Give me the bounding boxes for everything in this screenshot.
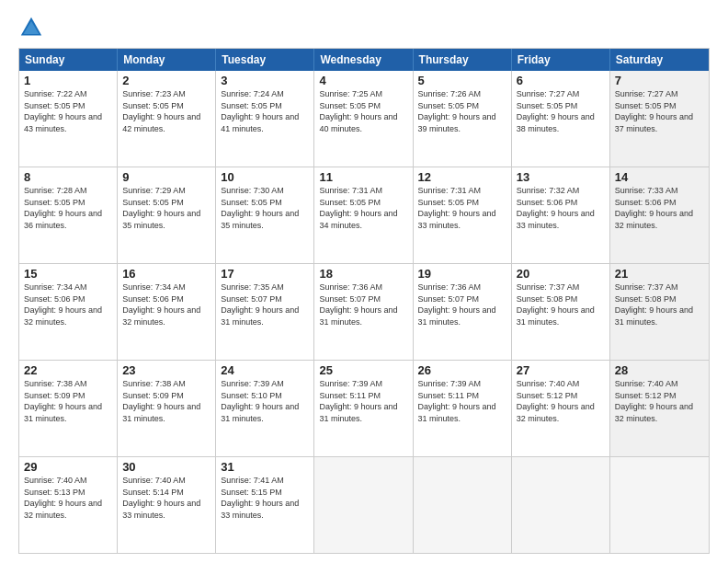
day-number: 14 — [615, 170, 704, 184]
calendar-cell — [314, 457, 413, 553]
day-number: 17 — [221, 267, 309, 281]
day-number: 10 — [221, 170, 309, 184]
day-number: 26 — [418, 363, 506, 377]
day-number: 8 — [24, 170, 112, 184]
day-number: 19 — [418, 267, 506, 281]
day-number: 24 — [221, 363, 309, 377]
day-number: 1 — [24, 74, 112, 87]
cell-info: Sunrise: 7:24 AM Sunset: 5:05 PM Dayligh… — [221, 88, 309, 134]
calendar-cell: 20Sunrise: 7:37 AM Sunset: 5:08 PM Dayli… — [512, 264, 610, 360]
day-number: 5 — [418, 74, 506, 87]
calendar-week-5: 29Sunrise: 7:40 AM Sunset: 5:13 PM Dayli… — [19, 456, 709, 553]
cell-info: Sunrise: 7:40 AM Sunset: 5:13 PM Dayligh… — [24, 475, 112, 521]
day-number: 31 — [221, 460, 309, 474]
calendar-week-1: 1Sunrise: 7:22 AM Sunset: 5:05 PM Daylig… — [19, 71, 709, 167]
cell-info: Sunrise: 7:40 AM Sunset: 5:12 PM Dayligh… — [615, 378, 704, 424]
calendar-cell: 4Sunrise: 7:25 AM Sunset: 5:05 PM Daylig… — [314, 71, 413, 167]
cell-info: Sunrise: 7:27 AM Sunset: 5:05 PM Dayligh… — [517, 88, 605, 134]
day-number: 22 — [24, 363, 112, 377]
calendar-cell: 19Sunrise: 7:36 AM Sunset: 5:07 PM Dayli… — [414, 264, 512, 360]
day-number: 20 — [517, 267, 605, 281]
cell-info: Sunrise: 7:25 AM Sunset: 5:05 PM Dayligh… — [319, 88, 407, 134]
cell-info: Sunrise: 7:39 AM Sunset: 5:11 PM Dayligh… — [319, 378, 407, 424]
day-number: 15 — [24, 267, 112, 281]
day-number: 11 — [319, 170, 407, 184]
day-number: 12 — [418, 170, 506, 184]
cell-info: Sunrise: 7:34 AM Sunset: 5:06 PM Dayligh… — [24, 282, 112, 327]
calendar-cell: 5Sunrise: 7:26 AM Sunset: 5:05 PM Daylig… — [414, 71, 512, 167]
cell-info: Sunrise: 7:28 AM Sunset: 5:05 PM Dayligh… — [24, 185, 112, 231]
calendar-cell: 27Sunrise: 7:40 AM Sunset: 5:12 PM Dayli… — [512, 361, 610, 456]
cell-info: Sunrise: 7:31 AM Sunset: 5:05 PM Dayligh… — [319, 185, 407, 231]
day-number: 25 — [319, 363, 407, 377]
cell-info: Sunrise: 7:38 AM Sunset: 5:09 PM Dayligh… — [122, 378, 210, 424]
day-number: 6 — [517, 74, 605, 87]
header-day-tuesday: Tuesday — [216, 49, 314, 71]
calendar-cell: 28Sunrise: 7:40 AM Sunset: 5:12 PM Dayli… — [610, 361, 709, 456]
cell-info: Sunrise: 7:23 AM Sunset: 5:05 PM Dayligh… — [122, 88, 210, 134]
cell-info: Sunrise: 7:39 AM Sunset: 5:11 PM Dayligh… — [418, 378, 506, 424]
cell-info: Sunrise: 7:35 AM Sunset: 5:07 PM Dayligh… — [221, 282, 309, 327]
day-number: 4 — [319, 74, 407, 87]
calendar-cell: 25Sunrise: 7:39 AM Sunset: 5:11 PM Dayli… — [314, 361, 413, 456]
calendar-cell: 24Sunrise: 7:39 AM Sunset: 5:10 PM Dayli… — [216, 361, 314, 456]
cell-info: Sunrise: 7:34 AM Sunset: 5:06 PM Dayligh… — [122, 282, 210, 327]
calendar-cell: 6Sunrise: 7:27 AM Sunset: 5:05 PM Daylig… — [512, 71, 610, 167]
calendar-cell: 23Sunrise: 7:38 AM Sunset: 5:09 PM Dayli… — [118, 361, 216, 456]
header-day-saturday: Saturday — [610, 49, 709, 71]
cell-info: Sunrise: 7:27 AM Sunset: 5:05 PM Dayligh… — [615, 88, 704, 134]
calendar-cell: 2Sunrise: 7:23 AM Sunset: 5:05 PM Daylig… — [118, 71, 216, 167]
calendar-cell: 11Sunrise: 7:31 AM Sunset: 5:05 PM Dayli… — [314, 167, 413, 263]
header-day-wednesday: Wednesday — [314, 49, 413, 71]
cell-info: Sunrise: 7:39 AM Sunset: 5:10 PM Dayligh… — [221, 378, 309, 424]
calendar-cell: 30Sunrise: 7:40 AM Sunset: 5:14 PM Dayli… — [118, 457, 216, 553]
page: SundayMondayTuesdayWednesdayThursdayFrid… — [0, 0, 728, 563]
day-number: 13 — [517, 170, 605, 184]
day-number: 29 — [24, 460, 112, 474]
calendar-cell: 1Sunrise: 7:22 AM Sunset: 5:05 PM Daylig… — [19, 71, 118, 167]
calendar: SundayMondayTuesdayWednesdayThursdayFrid… — [18, 48, 710, 554]
cell-info: Sunrise: 7:37 AM Sunset: 5:08 PM Dayligh… — [615, 282, 704, 327]
calendar-cell: 17Sunrise: 7:35 AM Sunset: 5:07 PM Dayli… — [216, 264, 314, 360]
header-day-friday: Friday — [512, 49, 610, 71]
calendar-cell: 31Sunrise: 7:41 AM Sunset: 5:15 PM Dayli… — [216, 457, 314, 553]
calendar-cell: 10Sunrise: 7:30 AM Sunset: 5:05 PM Dayli… — [216, 167, 314, 263]
header-day-sunday: Sunday — [19, 49, 118, 71]
header — [18, 15, 710, 40]
day-number: 2 — [122, 74, 210, 87]
day-number: 30 — [122, 460, 210, 474]
cell-info: Sunrise: 7:36 AM Sunset: 5:07 PM Dayligh… — [319, 282, 407, 327]
cell-info: Sunrise: 7:40 AM Sunset: 5:12 PM Dayligh… — [517, 378, 605, 424]
cell-info: Sunrise: 7:37 AM Sunset: 5:08 PM Dayligh… — [517, 282, 605, 327]
cell-info: Sunrise: 7:31 AM Sunset: 5:05 PM Dayligh… — [418, 185, 506, 231]
calendar-cell: 18Sunrise: 7:36 AM Sunset: 5:07 PM Dayli… — [314, 264, 413, 360]
cell-info: Sunrise: 7:29 AM Sunset: 5:05 PM Dayligh… — [122, 185, 210, 231]
calendar-cell — [414, 457, 512, 553]
day-number: 9 — [122, 170, 210, 184]
calendar-cell: 12Sunrise: 7:31 AM Sunset: 5:05 PM Dayli… — [414, 167, 512, 263]
day-number: 28 — [615, 363, 704, 377]
calendar-week-4: 22Sunrise: 7:38 AM Sunset: 5:09 PM Dayli… — [19, 360, 709, 456]
calendar-cell: 16Sunrise: 7:34 AM Sunset: 5:06 PM Dayli… — [118, 264, 216, 360]
cell-info: Sunrise: 7:30 AM Sunset: 5:05 PM Dayligh… — [221, 185, 309, 231]
cell-info: Sunrise: 7:22 AM Sunset: 5:05 PM Dayligh… — [24, 88, 112, 134]
day-number: 7 — [615, 74, 704, 87]
calendar-cell: 13Sunrise: 7:32 AM Sunset: 5:06 PM Dayli… — [512, 167, 610, 263]
cell-info: Sunrise: 7:38 AM Sunset: 5:09 PM Dayligh… — [24, 378, 112, 424]
calendar-cell: 26Sunrise: 7:39 AM Sunset: 5:11 PM Dayli… — [414, 361, 512, 456]
calendar-cell — [512, 457, 610, 553]
logo — [18, 15, 48, 40]
cell-info: Sunrise: 7:26 AM Sunset: 5:05 PM Dayligh… — [418, 88, 506, 134]
calendar-cell: 15Sunrise: 7:34 AM Sunset: 5:06 PM Dayli… — [19, 264, 118, 360]
cell-info: Sunrise: 7:41 AM Sunset: 5:15 PM Dayligh… — [221, 475, 309, 521]
calendar-body: 1Sunrise: 7:22 AM Sunset: 5:05 PM Daylig… — [19, 71, 709, 553]
calendar-cell: 9Sunrise: 7:29 AM Sunset: 5:05 PM Daylig… — [118, 167, 216, 263]
calendar-week-2: 8Sunrise: 7:28 AM Sunset: 5:05 PM Daylig… — [19, 167, 709, 263]
calendar-cell: 8Sunrise: 7:28 AM Sunset: 5:05 PM Daylig… — [19, 167, 118, 263]
calendar-cell: 7Sunrise: 7:27 AM Sunset: 5:05 PM Daylig… — [610, 71, 709, 167]
header-day-monday: Monday — [118, 49, 216, 71]
calendar-cell: 22Sunrise: 7:38 AM Sunset: 5:09 PM Dayli… — [19, 361, 118, 456]
calendar-header: SundayMondayTuesdayWednesdayThursdayFrid… — [19, 49, 709, 71]
calendar-cell: 14Sunrise: 7:33 AM Sunset: 5:06 PM Dayli… — [610, 167, 709, 263]
calendar-cell: 29Sunrise: 7:40 AM Sunset: 5:13 PM Dayli… — [19, 457, 118, 553]
